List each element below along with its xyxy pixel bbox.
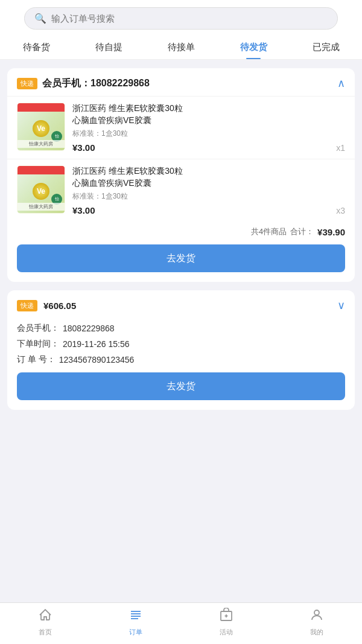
order-num-value: 1234567890123456 [59,355,135,365]
tab-bar: 待备货 待自提 待接单 待发货 已完成 [0,36,362,60]
search-icon: 🔍 [34,13,46,24]
nav-home-label: 首页 [39,628,52,637]
mine-icon [310,608,324,626]
search-input[interactable] [51,13,328,24]
product-image-2: Ve 怡 怡康大药房 [17,165,65,214]
member-phone-1: 会员手机：18082229868 [42,77,337,90]
chevron-down-icon[interactable]: ∨ [337,299,345,312]
item-count: 共4件商品 [251,226,287,237]
svg-point-7 [314,610,319,615]
search-container: 🔍 [0,0,362,36]
order-detail-time: 下单时间： 2019-11-26 15:56 [7,336,355,352]
product-item-2: Ve 怡 怡康大药房 浙江医药 维生素E软胶囊30粒 心脑血管疾病VE胶囊 标准… [7,159,355,222]
orders-icon [129,608,143,626]
product-qty-1: x1 [336,143,345,153]
member-label-1: 会员手机： [42,78,91,88]
product-item-1: Ve 怡 怡康大药房 浙江医药 维生素E软胶囊30粒 心脑血管疾病VE胶囊 标准… [7,96,355,159]
order-header-1: 快递 会员手机：18082229868 ∧ [7,68,355,96]
nav-orders-label: 订单 [129,628,142,637]
express-badge-1: 快递 [17,78,37,89]
home-icon [38,608,52,626]
nav-home[interactable]: 首页 [27,608,63,637]
time-label: 下单时间： [17,339,59,349]
chevron-up-icon[interactable]: ∧ [337,77,345,90]
nav-activities-label: 活动 [220,628,233,637]
order-detail-phone: 会员手机： 18082229868 [7,320,355,336]
total-amount: ¥39.90 [317,227,345,237]
tab-waiting-stock[interactable]: 待备货 [23,42,50,59]
order-detail-number: 订 单 号： 1234567890123456 [7,352,355,368]
bottom-nav: 首页 订单 活动 [0,602,362,644]
product-price-2: ¥3.00 [72,205,331,215]
product-info-2: 浙江医药 维生素E软胶囊30粒 心脑血管疾病VE胶囊 标准装：1盒30粒 ¥3.… [72,165,331,215]
product-spec-1: 标准装：1盒30粒 [72,129,331,139]
main-content: 快递 会员手机：18082229868 ∧ Ve 怡 怡康大药房 浙江医药 维生… [0,60,362,469]
nav-mine-label: 我的 [310,628,323,637]
product-image-1: Ve 怡 怡康大药房 [17,103,65,151]
nav-activities[interactable]: 活动 [208,608,244,637]
total-label: 合计： [290,226,314,237]
product-spec-2: 标准装：1盒30粒 [72,191,331,202]
order2-price: ¥606.05 [43,301,337,311]
product-name-2: 浙江医药 维生素E软胶囊30粒 心脑血管疾病VE胶囊 [72,165,331,189]
tab-waiting-accept[interactable]: 待接单 [168,42,195,59]
order-summary-1: 共4件商品 合计： ¥39.90 [7,222,355,244]
member-phone-value-1: 18082229868 [91,78,150,88]
product-price-1: ¥3.00 [72,142,331,153]
tab-waiting-pickup[interactable]: 待自提 [95,42,122,59]
time-value: 2019-11-26 15:56 [63,339,130,349]
order-card-2: 快递 ¥606.05 ∨ 会员手机： 18082229868 下单时间： 201… [7,290,355,410]
product-qty-2: x3 [336,206,345,215]
send-button-2[interactable]: 去发货 [17,372,345,400]
product-name-1: 浙江医药 维生素E软胶囊30粒 心脑血管疾病VE胶囊 [72,103,331,126]
nav-orders[interactable]: 订单 [118,608,154,637]
tab-waiting-ship[interactable]: 待发货 [240,42,267,59]
express-badge-2: 快递 [17,300,37,311]
product-info-1: 浙江医药 维生素E软胶囊30粒 心脑血管疾病VE胶囊 标准装：1盒30粒 ¥3.… [72,103,331,153]
tab-completed[interactable]: 已完成 [313,42,340,59]
send-button-1[interactable]: 去发货 [17,244,345,272]
phone-label: 会员手机： [17,323,59,334]
order-num-label: 订 单 号： [17,354,56,365]
search-bar: 🔍 [24,7,338,30]
phone-value: 18082229868 [63,324,115,333]
order-header-2: 快递 ¥606.05 ∨ [7,290,355,320]
nav-mine[interactable]: 我的 [299,608,335,637]
activities-icon [219,608,233,626]
order-card-1: 快递 会员手机：18082229868 ∧ Ve 怡 怡康大药房 浙江医药 维生… [7,68,355,282]
